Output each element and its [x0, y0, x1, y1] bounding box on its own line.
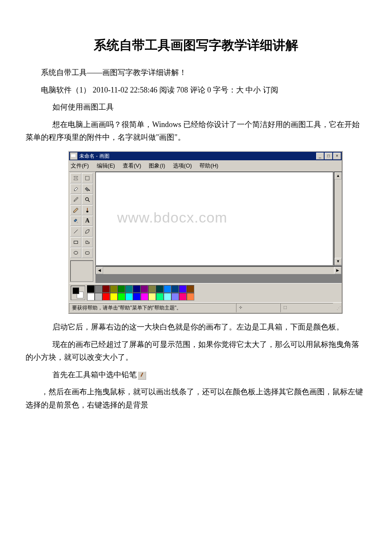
- paragraph-7: 首先在工具箱中选中铅笔: [26, 368, 366, 382]
- status-size: ⬚: [280, 303, 333, 312]
- vertical-scrollbar[interactable]: ▲ ▼: [334, 172, 342, 266]
- scroll-down-icon[interactable]: ▼: [334, 258, 342, 265]
- color-swatch[interactable]: [141, 293, 148, 301]
- color-box: [69, 283, 342, 302]
- tool-rectangle[interactable]: [70, 237, 81, 247]
- menu-view[interactable]: 查看(V): [123, 161, 141, 171]
- window: 未命名 - 画图 _ □ × 文件(F) 编辑(E) 查看(V) 图象(I) 选…: [68, 151, 343, 314]
- menu-file[interactable]: 文件(F): [71, 161, 89, 171]
- tool-ellipse[interactable]: [70, 248, 81, 258]
- pencil-icon-inline: [138, 371, 146, 380]
- fgbg-indicator[interactable]: [71, 286, 85, 300]
- color-swatch[interactable]: [102, 293, 110, 301]
- tool-polygon[interactable]: [82, 237, 93, 247]
- color-palette: [87, 285, 194, 301]
- paragraph-5: 启动它后，屏幕右边的这一大块白色就是你的画布了。左边是工具箱，下面是颜色板。: [26, 321, 366, 334]
- menu-image[interactable]: 图象(I): [149, 161, 165, 171]
- fg-color: [72, 287, 79, 294]
- color-swatch[interactable]: [148, 293, 156, 301]
- svg-rect-11: [86, 251, 89, 254]
- tool-eyedropper[interactable]: [70, 194, 81, 205]
- canvas[interactable]: www.bdocx.com: [95, 172, 333, 266]
- svg-point-10: [74, 251, 78, 254]
- paragraph-6: 现在的画布已经超过了屏幕的可显示范围，如果你觉得它太大了，那么可以用鼠标拖曳角落…: [26, 338, 366, 364]
- tool-airbrush[interactable]: [70, 216, 81, 226]
- tool-fill[interactable]: [82, 184, 93, 194]
- svg-rect-0: [86, 176, 89, 180]
- window-title: 未命名 - 画图: [79, 152, 316, 160]
- scroll-up-icon[interactable]: ▲: [334, 172, 342, 179]
- color-swatch[interactable]: [87, 293, 95, 301]
- watermark-text: www.bdocx.com: [117, 205, 228, 230]
- color-swatch[interactable]: [156, 285, 164, 293]
- menubar: 文件(F) 编辑(E) 查看(V) 图象(I) 选项(O) 帮助(H): [69, 160, 342, 172]
- color-swatch[interactable]: [95, 285, 102, 293]
- svg-point-7: [77, 223, 77, 223]
- menu-options[interactable]: 选项(O): [173, 161, 192, 171]
- color-swatch[interactable]: [110, 293, 118, 301]
- paragraph-desc: 想在电脑上画画吗？很简单，Windows 已经给你设计了一个简洁好用的画图工具，…: [26, 118, 366, 144]
- toolbox: A: [69, 172, 95, 283]
- color-swatch[interactable]: [187, 293, 194, 301]
- paragraph-meta: 电脑软件（1） 2010-11-02 22:58:46 阅读 708 评论 0 …: [26, 84, 366, 97]
- color-swatch[interactable]: [148, 285, 156, 293]
- color-swatch[interactable]: [164, 285, 171, 293]
- tool-magnifier[interactable]: [82, 194, 93, 205]
- close-button[interactable]: ×: [333, 153, 341, 159]
- tool-curve[interactable]: [82, 226, 93, 237]
- color-swatch[interactable]: [171, 285, 179, 293]
- color-swatch[interactable]: [125, 293, 133, 301]
- menu-help[interactable]: 帮助(H): [199, 161, 218, 171]
- tool-text[interactable]: A: [82, 216, 93, 226]
- tool-eraser[interactable]: [70, 184, 81, 194]
- svg-rect-4: [87, 208, 88, 211]
- svg-point-2: [86, 198, 89, 201]
- tool-options: [70, 260, 93, 282]
- svg-line-8: [74, 230, 78, 234]
- color-swatch[interactable]: [133, 293, 141, 301]
- paragraph-howto: 如何使用画图工具: [26, 101, 366, 114]
- color-swatch[interactable]: [156, 293, 164, 301]
- tool-roundrect[interactable]: [82, 248, 93, 258]
- scroll-left-icon[interactable]: ◀: [96, 267, 103, 274]
- color-swatch[interactable]: [102, 285, 110, 293]
- color-swatch[interactable]: [125, 285, 133, 293]
- client-area: A www.bdocx.com ▲ ▼: [69, 172, 342, 283]
- status-pos: ⊹: [236, 303, 280, 312]
- tool-brush[interactable]: [82, 205, 93, 215]
- menu-edit[interactable]: 编辑(E): [97, 161, 115, 171]
- maximize-button[interactable]: □: [325, 153, 332, 159]
- color-swatch[interactable]: [179, 293, 187, 301]
- color-swatch[interactable]: [133, 285, 141, 293]
- color-swatch[interactable]: [171, 293, 179, 301]
- color-swatch[interactable]: [179, 285, 187, 293]
- app-icon: [70, 152, 78, 160]
- tool-select[interactable]: [82, 173, 93, 183]
- color-swatch[interactable]: [118, 293, 125, 301]
- horizontal-scrollbar[interactable]: ◀ ▶: [95, 266, 342, 275]
- paragraph-8: ，然后在画布上拖曳鼠标，就可以画出线条了，还可以在颜色板上选择其它颜色画图，鼠标…: [26, 385, 366, 411]
- mspaint-screenshot: 未命名 - 画图 _ □ × 文件(F) 编辑(E) 查看(V) 图象(I) 选…: [68, 151, 366, 314]
- resize-grip[interactable]: ⋰: [333, 304, 342, 312]
- color-swatch[interactable]: [110, 285, 118, 293]
- color-swatch[interactable]: [87, 285, 95, 293]
- svg-line-3: [88, 200, 90, 202]
- window-titlebar: 未命名 - 画图 _ □ ×: [69, 152, 342, 160]
- svg-point-5: [77, 222, 78, 222]
- tool-line[interactable]: [70, 226, 81, 237]
- page-title: 系统自带工具画图写字教学详细讲解: [26, 34, 366, 56]
- tool-pencil[interactable]: [70, 205, 81, 215]
- color-swatch[interactable]: [164, 293, 171, 301]
- svg-rect-9: [74, 241, 78, 243]
- color-swatch[interactable]: [118, 285, 125, 293]
- tool-freeform-select[interactable]: [70, 173, 81, 183]
- svg-point-1: [89, 190, 90, 191]
- color-swatch[interactable]: [187, 285, 194, 293]
- scroll-right-icon[interactable]: ▶: [334, 267, 341, 274]
- svg-point-6: [78, 223, 78, 223]
- minimize-button[interactable]: _: [316, 153, 324, 159]
- canvas-area: www.bdocx.com ▲ ▼ ◀ ▶: [95, 172, 342, 283]
- color-swatch[interactable]: [95, 293, 102, 301]
- color-swatch[interactable]: [141, 285, 148, 293]
- paragraph-intro: 系统自带工具——画图写字教学详细讲解！: [26, 66, 366, 79]
